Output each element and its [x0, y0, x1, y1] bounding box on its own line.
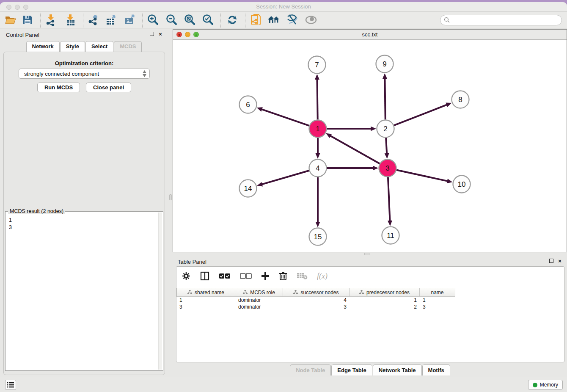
titlebar: Session: New Session [0, 2, 567, 12]
edge-3-1[interactable] [330, 135, 380, 163]
arrowhead [388, 221, 392, 226]
arrowhead [257, 107, 263, 111]
tab-mcds[interactable]: MCDS [114, 41, 142, 52]
arrowhead [446, 103, 451, 107]
show-all-icon[interactable] [304, 13, 318, 27]
import-network-icon[interactable] [44, 13, 58, 27]
tree-icon [293, 290, 298, 295]
table-row[interactable]: 1dominator411 [176, 297, 564, 304]
splitter-grip[interactable] [169, 194, 172, 200]
edge-2-9[interactable] [385, 78, 385, 119]
result-scrollbar[interactable] [158, 213, 162, 370]
table-body: 1dominator4113dominator323 [176, 297, 564, 310]
edge-4-14[interactable] [261, 171, 309, 185]
main-toolbar [0, 12, 567, 28]
cell: dominator [235, 297, 283, 304]
tab-edge-table[interactable]: Edge Table [331, 364, 372, 375]
column-header-MCDS-role[interactable]: MCDS role [235, 288, 283, 297]
open-file-icon[interactable] [3, 13, 18, 27]
tab-node-table[interactable]: Node Table [290, 364, 331, 375]
tab-network[interactable]: Network [26, 41, 60, 52]
zoom-selected-icon[interactable] [201, 13, 215, 27]
export-image-icon[interactable] [123, 13, 137, 27]
criterion-select[interactable]: strongly connected component [19, 69, 150, 79]
content-area: Control Panel × NetworkStyleSelectMCDS O… [0, 28, 567, 377]
float-panel-icon[interactable] [149, 31, 155, 37]
toolbar-separator [142, 13, 143, 28]
new-network-icon[interactable] [249, 13, 263, 27]
cell: 2 [350, 304, 420, 310]
arrowhead [315, 74, 319, 80]
first-neighbors-icon[interactable] [267, 13, 281, 27]
network-view-window: x − + scc.txt 7968124314101511 [173, 29, 567, 252]
panel-splitter-horizontal[interactable] [173, 252, 567, 255]
hide-selected-icon[interactable] [285, 13, 300, 27]
import-table-icon[interactable] [63, 13, 78, 27]
table-toolbar: f(x) [176, 267, 564, 285]
arrowhead [316, 222, 320, 227]
select-columns-icon[interactable] [219, 273, 231, 279]
window-title: Session: New Session [0, 3, 567, 10]
export-table-icon[interactable] [104, 13, 118, 27]
panel-splitter-vertical[interactable] [168, 28, 173, 377]
node-label-1: 1 [316, 125, 319, 133]
column-header-name[interactable]: name [420, 288, 455, 297]
tab-network-table[interactable]: Network Table [373, 364, 422, 375]
save-session-icon[interactable] [20, 13, 35, 27]
edge-2-3[interactable] [386, 138, 387, 154]
arrowhead [371, 127, 376, 131]
table-panel-title: Table Panel [178, 259, 206, 265]
cell: 3 [176, 304, 235, 310]
network-graph[interactable]: 7968124314101511 [173, 40, 567, 252]
search-input[interactable] [450, 16, 561, 25]
node-label-3: 3 [385, 164, 389, 172]
tab-select[interactable]: Select [85, 41, 113, 52]
network-canvas[interactable]: 7968124314101511 [173, 40, 567, 252]
network-window-titlebar: x − + scc.txt [173, 30, 567, 40]
mcds-result-text[interactable]: 13 [6, 216, 162, 370]
tab-motifs[interactable]: Motifs [422, 364, 450, 375]
delete-column-icon[interactable] [279, 271, 287, 281]
export-network-icon[interactable] [86, 13, 101, 27]
column-header-predecessor-nodes[interactable]: predecessor nodes [350, 288, 420, 297]
edge-2-8[interactable] [394, 105, 447, 125]
search-box[interactable] [440, 15, 562, 25]
memory-button[interactable]: Memory [528, 380, 563, 390]
split-panel-icon[interactable] [200, 271, 209, 281]
cell: dominator [235, 304, 283, 310]
column-header-successor-nodes[interactable]: successor nodes [283, 288, 350, 297]
memory-status-icon [533, 383, 537, 387]
table-settings-icon[interactable] [182, 271, 191, 281]
edge-1-6[interactable] [261, 109, 309, 126]
toolbar-separator [40, 13, 41, 28]
tab-style[interactable]: Style [60, 41, 85, 52]
float-panel-icon[interactable] [548, 258, 554, 264]
tree-icon [187, 290, 192, 295]
table-row[interactable]: 3dominator323 [176, 304, 564, 310]
edge-3-11[interactable] [388, 177, 390, 221]
arrowhead [316, 153, 320, 159]
toolbar-separator [245, 13, 245, 28]
table-panel-tabs: Node TableEdge TableNetwork TableMotifs [173, 364, 567, 375]
zoom-fit-icon[interactable] [182, 13, 197, 27]
node-label-15: 15 [314, 233, 322, 241]
result-line: 1 [9, 217, 160, 224]
cell: 3 [420, 304, 455, 310]
edge-3-10[interactable] [396, 170, 448, 181]
zoom-in-icon[interactable] [146, 13, 160, 27]
task-history-button[interactable] [5, 380, 16, 390]
control-panel-tabs: NetworkStyleSelectMCDS [0, 41, 168, 52]
close-panel-icon[interactable]: × [157, 31, 163, 37]
zoom-out-icon[interactable] [164, 13, 179, 27]
deselect-columns-icon[interactable] [240, 273, 252, 279]
close-panel-button[interactable]: Close panel [86, 83, 131, 92]
column-header-shared-name[interactable]: shared name [176, 288, 235, 297]
close-panel-icon[interactable]: × [557, 258, 563, 264]
apply-layout-icon[interactable] [225, 13, 239, 27]
network-window-title: scc.txt [173, 31, 567, 38]
edge-1-7[interactable] [317, 79, 317, 119]
function-builder-icon[interactable]: f(x) [317, 272, 328, 281]
delete-table-icon[interactable] [297, 272, 308, 280]
run-mcds-button[interactable]: Run MCDS [37, 83, 80, 92]
add-column-icon[interactable] [261, 272, 270, 280]
